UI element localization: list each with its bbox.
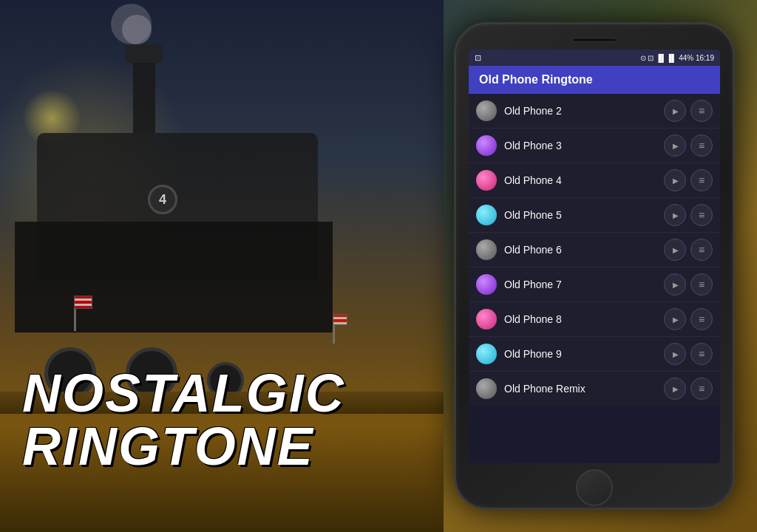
phone-screen: ⊡ ⊙ ⊡ ▐▌▐▌ 44% 16:19 Old Phone Ringtone … <box>469 50 720 463</box>
phone-outer: ⊡ ⊙ ⊡ ▐▌▐▌ 44% 16:19 Old Phone Ringtone … <box>454 22 735 510</box>
ringtone-item: Old Phone 3 <box>469 129 720 163</box>
play-button[interactable] <box>664 343 686 365</box>
ringtone-actions <box>664 204 713 226</box>
status-right-icons: ⊙ ⊡ ▐▌▐▌ 44% 16:19 <box>640 54 715 62</box>
menu-button[interactable] <box>690 169 713 191</box>
line1-text: NOSTALGIC <box>22 366 345 420</box>
play-button[interactable] <box>664 273 686 296</box>
ringtone-dot <box>476 309 497 330</box>
ringtone-item: Old Phone 7 <box>469 267 720 302</box>
ringtone-name: Old Phone Remix <box>504 383 656 395</box>
play-button[interactable] <box>664 134 686 157</box>
ringtone-actions <box>664 100 713 122</box>
ringtone-list: Old Phone 2Old Phone 3Old Phone 4Old Pho… <box>469 94 720 406</box>
menu-button[interactable] <box>690 343 713 365</box>
menu-button[interactable] <box>690 239 713 261</box>
ringtone-actions <box>664 273 713 296</box>
menu-button[interactable] <box>690 100 713 122</box>
ringtone-name: Old Phone 8 <box>504 313 656 325</box>
ringtone-actions <box>664 169 713 191</box>
menu-button[interactable] <box>690 134 713 157</box>
ringtone-name: Old Phone 4 <box>504 174 656 186</box>
menu-button[interactable] <box>690 273 713 296</box>
ringtone-actions <box>664 239 713 261</box>
menu-button[interactable] <box>690 204 713 226</box>
ringtone-dot <box>476 100 497 121</box>
ringtone-name: Old Phone 7 <box>504 279 656 290</box>
ringtone-dot <box>476 205 497 225</box>
play-button[interactable] <box>664 100 686 122</box>
ringtone-dot <box>476 135 497 156</box>
menu-button[interactable] <box>690 308 713 330</box>
ringtone-item: Old Phone 5 <box>469 198 720 233</box>
ringtone-item: Old Phone 8 <box>469 302 720 337</box>
phone-speaker-top <box>572 38 617 42</box>
ringtone-dot <box>476 239 497 260</box>
ringtone-dot <box>476 344 497 364</box>
ringtone-name: Old Phone 6 <box>504 244 656 256</box>
ringtone-name: Old Phone 2 <box>504 105 656 117</box>
ringtone-name: Old Phone 5 <box>504 209 656 221</box>
ringtone-actions <box>664 378 713 400</box>
ringtone-item: Old Phone 9 <box>469 337 720 372</box>
flag-right <box>333 314 351 340</box>
ringtone-dot <box>476 170 497 191</box>
ringtone-name: Old Phone 3 <box>504 140 656 151</box>
ringtone-item: Old Phone 2 <box>469 94 720 129</box>
status-icon-left: ⊡ <box>475 53 481 63</box>
ringtone-item: Old Phone Remix <box>469 372 720 406</box>
play-button[interactable] <box>664 378 686 400</box>
play-button[interactable] <box>664 204 686 226</box>
ringtone-actions <box>664 343 713 365</box>
ringtone-dot <box>476 274 497 295</box>
ringtone-item: Old Phone 4 <box>469 163 720 198</box>
play-button[interactable] <box>664 169 686 191</box>
ringtone-item: Old Phone 6 <box>469 233 720 267</box>
play-button[interactable] <box>664 308 686 330</box>
app-header: Old Phone Ringtone <box>469 66 720 94</box>
play-button[interactable] <box>664 239 686 261</box>
ringtone-dot <box>476 378 497 399</box>
ringtone-actions <box>664 134 713 157</box>
menu-button[interactable] <box>690 378 713 400</box>
phone-home-button[interactable] <box>576 469 613 506</box>
overlay-text: NOSTALGIC RINGTONE <box>22 366 345 473</box>
line2-text: RINGTONE <box>22 420 345 473</box>
status-bar: ⊡ ⊙ ⊡ ▐▌▐▌ 44% 16:19 <box>469 50 720 66</box>
flag-left <box>74 296 96 325</box>
app-title: Old Phone Ringtone <box>479 73 593 86</box>
ringtone-actions <box>664 308 713 330</box>
phone-mockup: ⊡ ⊙ ⊡ ▐▌▐▌ 44% 16:19 Old Phone Ringtone … <box>454 22 735 510</box>
ringtone-name: Old Phone 9 <box>504 348 656 360</box>
